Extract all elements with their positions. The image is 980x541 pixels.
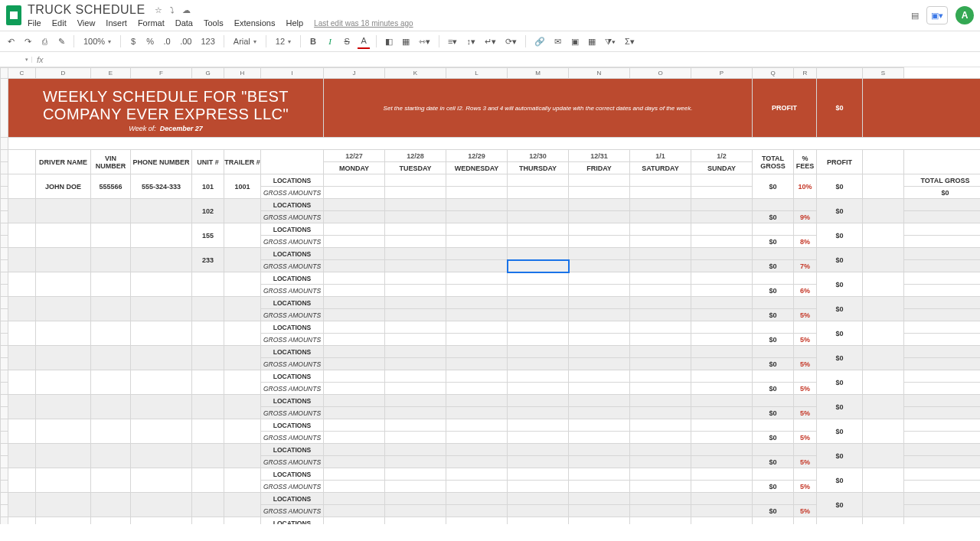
cell-profit[interactable]: $0 (817, 493, 863, 517)
col-header[interactable]: O (630, 68, 691, 79)
cell-day[interactable] (569, 395, 630, 407)
active-cell[interactable] (508, 260, 569, 272)
cell-driver[interactable]: JOHN DOE (36, 174, 91, 199)
cell-day[interactable] (446, 346, 508, 358)
row-header[interactable] (1, 272, 8, 285)
cell-day-ga[interactable] (446, 456, 508, 468)
col-header[interactable]: M (508, 68, 569, 79)
cell-fee[interactable]: 5% (794, 456, 817, 468)
cell-driver[interactable] (36, 517, 91, 525)
cell-fee[interactable]: 7% (794, 260, 817, 272)
cell-day[interactable] (630, 248, 691, 260)
cell-day[interactable] (569, 272, 630, 285)
cell-day-ga[interactable] (446, 432, 508, 444)
col-header[interactable]: G (192, 68, 224, 79)
cell-day-ga[interactable] (630, 334, 691, 346)
cell-day[interactable] (324, 199, 385, 211)
cell-day[interactable] (508, 370, 569, 383)
cell-day-ga[interactable] (385, 358, 446, 370)
col-header[interactable]: K (385, 68, 446, 79)
cell-vin[interactable] (91, 248, 131, 272)
row-header[interactable] (1, 395, 8, 407)
cell-driver[interactable] (36, 199, 91, 223)
cell-day-ga[interactable] (569, 456, 630, 468)
cell-day[interactable] (508, 395, 569, 407)
insert-comment-icon[interactable]: ✉ (552, 34, 564, 49)
cell-day-ga[interactable] (569, 187, 630, 199)
row-header[interactable] (1, 407, 8, 419)
cell-driver[interactable] (36, 493, 91, 517)
cell-day-ga[interactable] (324, 358, 385, 370)
cell-day[interactable] (385, 346, 446, 358)
cell-phone[interactable] (131, 297, 192, 321)
cell-trailer[interactable] (224, 321, 261, 346)
cell-vin[interactable] (91, 370, 131, 395)
cell-driver[interactable] (36, 272, 91, 297)
cell-day-ga[interactable] (508, 334, 569, 346)
cell-day[interactable] (630, 444, 691, 456)
functions-icon[interactable]: Σ▾ (622, 34, 637, 49)
cell-day-ga[interactable] (446, 211, 508, 223)
cell-day-ga[interactable] (630, 456, 691, 468)
row-header[interactable] (1, 505, 8, 517)
cell-day[interactable] (691, 248, 753, 260)
insert-image-icon[interactable]: ▦ (586, 34, 598, 49)
cell-day-ga[interactable] (324, 407, 385, 419)
cell-trailer[interactable] (224, 370, 261, 395)
row-header[interactable] (1, 346, 8, 358)
cell-vin[interactable] (91, 199, 131, 223)
row-header[interactable] (1, 248, 8, 260)
cell-phone[interactable] (131, 493, 192, 517)
cell-day-ga[interactable] (508, 481, 569, 493)
account-avatar[interactable]: A (956, 6, 974, 24)
row-header[interactable] (1, 481, 8, 493)
col-header[interactable]: C (8, 68, 36, 79)
cell-phone[interactable] (131, 517, 192, 525)
cell-day[interactable] (691, 444, 753, 456)
cell-day[interactable] (446, 174, 508, 187)
cell-day[interactable] (691, 468, 753, 481)
cell-day[interactable] (508, 248, 569, 260)
cell-day-ga[interactable] (324, 481, 385, 493)
cell-day[interactable] (446, 517, 508, 525)
row-header[interactable] (1, 517, 8, 525)
cell-day-ga[interactable] (630, 383, 691, 395)
cell-day-ga[interactable] (385, 187, 446, 199)
cell-phone[interactable] (131, 199, 192, 223)
cell-day-ga[interactable] (630, 236, 691, 248)
cell-day[interactable] (324, 517, 385, 525)
print-icon[interactable]: ⎙ (38, 34, 51, 49)
cell-vin[interactable] (91, 223, 131, 248)
cell-day-ga[interactable] (446, 407, 508, 419)
cell-fee[interactable]: 5% (794, 334, 817, 346)
cloud-icon[interactable]: ☁ (182, 5, 191, 15)
cell-day[interactable] (324, 248, 385, 260)
cell-day[interactable] (691, 297, 753, 309)
row-header[interactable] (1, 468, 8, 481)
menu-insert[interactable]: Insert (106, 18, 127, 28)
cell-day-ga[interactable] (569, 481, 630, 493)
row-header[interactable] (1, 309, 8, 321)
document-title[interactable]: TRUCK SCHEDULE (28, 3, 145, 17)
cell-day-ga[interactable] (385, 211, 446, 223)
cell-trailer[interactable] (224, 493, 261, 517)
cell-day-ga[interactable] (324, 211, 385, 223)
cell-vin[interactable] (91, 321, 131, 346)
cell-unit[interactable]: 155 (192, 223, 224, 248)
menu-help[interactable]: Help (286, 18, 303, 28)
cell-day-ga[interactable] (385, 432, 446, 444)
cell-day-ga[interactable] (446, 505, 508, 517)
col-header[interactable]: I (261, 68, 324, 79)
cell-day[interactable] (508, 493, 569, 505)
cell-day[interactable] (385, 395, 446, 407)
row-header[interactable] (1, 383, 8, 395)
cell-vin[interactable]: 555566 (91, 174, 131, 199)
cell-profit[interactable]: $0 (817, 395, 863, 419)
cell-day-ga[interactable] (324, 456, 385, 468)
cell-day[interactable] (446, 468, 508, 481)
cell-day-ga[interactable] (569, 260, 630, 272)
cell-trailer[interactable]: 1001 (224, 174, 261, 199)
cell-day-ga[interactable] (569, 236, 630, 248)
cell-day-ga[interactable] (446, 285, 508, 297)
filter-icon[interactable]: ⧩▾ (603, 34, 618, 49)
